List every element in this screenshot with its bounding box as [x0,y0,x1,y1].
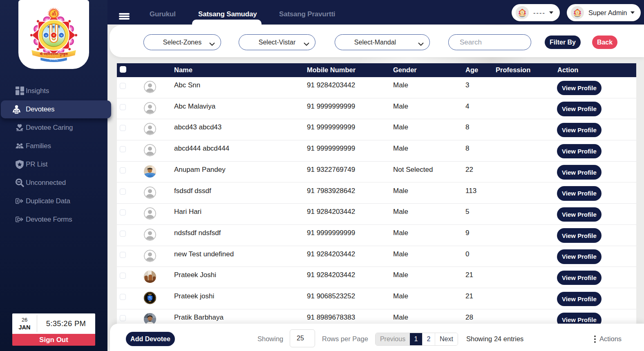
svg-text:ॐ: ॐ [51,11,56,17]
svg-text:महिला भूमि: महिला भूमि [47,25,60,29]
svg-text:राजकोट: राजकोट [49,57,59,61]
svg-text:श्री: श्री [52,33,55,36]
svg-text:श्री स्वामिनारायण गुरुकुल: श्री स्वामिनारायण गुरुकुल [40,51,68,56]
